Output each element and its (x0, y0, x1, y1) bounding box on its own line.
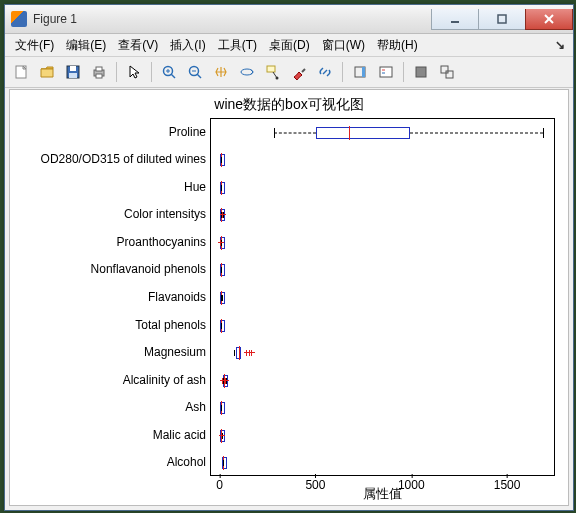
svg-rect-28 (441, 66, 448, 73)
open-button[interactable] (35, 60, 59, 84)
maximize-button[interactable] (478, 9, 526, 30)
boxplot-row (211, 126, 554, 140)
menu-file[interactable]: 文件(F) (9, 35, 60, 56)
pointer-button[interactable] (122, 60, 146, 84)
pan-button[interactable] (209, 60, 233, 84)
menu-window[interactable]: 窗口(W) (316, 35, 371, 56)
svg-line-12 (171, 74, 175, 78)
svg-rect-24 (380, 67, 392, 77)
y-tick-label: OD280/OD315 of diluted wines (10, 152, 206, 166)
svg-rect-23 (362, 67, 365, 77)
matlab-icon (11, 11, 27, 27)
save-button[interactable] (61, 60, 85, 84)
toolbar-separator (116, 62, 117, 82)
y-tick-label: Flavanoids (10, 290, 206, 304)
zoom-in-button[interactable] (157, 60, 181, 84)
y-tick-label: Alcalinity of ash (10, 373, 206, 387)
boxplot-row (211, 291, 554, 305)
menu-desktop[interactable]: 桌面(D) (263, 35, 316, 56)
boxplot-row (211, 208, 554, 222)
svg-rect-7 (69, 73, 77, 78)
plot-title: wine数据的box可视化图 (10, 96, 568, 114)
axes[interactable] (210, 118, 555, 476)
svg-rect-1 (498, 15, 506, 23)
link-button[interactable] (313, 60, 337, 84)
boxplot-row (211, 456, 554, 470)
figure-window: Figure 1 文件(F) 编辑(E) 查看(V) 插入(I) 工具(T) 桌… (4, 4, 574, 511)
boxplot-row (211, 374, 554, 388)
y-tick-label: Alcohol (10, 455, 206, 469)
boxplot-row (211, 181, 554, 195)
new-figure-button[interactable] (9, 60, 33, 84)
toolbar-separator (151, 62, 152, 82)
boxplot-row (211, 153, 554, 167)
boxplot-row (211, 401, 554, 415)
svg-rect-10 (96, 74, 102, 78)
toolbar-separator (342, 62, 343, 82)
toolbar (5, 57, 573, 88)
dock-arrow-icon[interactable]: ↘ (555, 38, 565, 52)
svg-line-21 (302, 69, 305, 72)
toolbar-separator (403, 62, 404, 82)
y-tick-label: Color intensitys (10, 207, 206, 221)
legend-button[interactable] (374, 60, 398, 84)
y-tick-label: Proline (10, 125, 206, 139)
y-tick-label: Magnesium (10, 345, 206, 359)
y-axis-labels: ProlineOD280/OD315 of diluted winesHueCo… (10, 118, 206, 476)
minimize-button[interactable] (431, 9, 479, 30)
y-tick-label: Proanthocyanins (10, 235, 206, 249)
outlier-marker (223, 380, 229, 381)
y-tick-label: Malic acid (10, 428, 206, 442)
svg-rect-19 (267, 66, 275, 72)
median-line (349, 126, 350, 140)
print-button[interactable] (87, 60, 111, 84)
boxplot-row (211, 346, 554, 360)
svg-rect-6 (70, 66, 76, 71)
window-title: Figure 1 (33, 12, 432, 26)
menu-edit[interactable]: 编辑(E) (60, 35, 112, 56)
menu-insert[interactable]: 插入(I) (164, 35, 211, 56)
menu-help[interactable]: 帮助(H) (371, 35, 424, 56)
outlier-marker (219, 435, 225, 436)
boxplot-row (211, 263, 554, 277)
plot-pane: wine数据的box可视化图 ProlineOD280/OD315 of dil… (9, 89, 569, 506)
menu-view[interactable]: 查看(V) (112, 35, 164, 56)
svg-rect-29 (446, 71, 453, 78)
window-buttons (432, 9, 573, 29)
colorbar-button[interactable] (348, 60, 372, 84)
hide-plot-tools-button[interactable] (409, 60, 433, 84)
svg-rect-9 (96, 67, 102, 71)
outlier-marker (220, 214, 226, 215)
svg-line-16 (197, 74, 201, 78)
svg-rect-27 (416, 67, 426, 77)
y-tick-label: Nonflavanoid phenols (10, 262, 206, 276)
zoom-out-button[interactable] (183, 60, 207, 84)
y-tick-label: Hue (10, 180, 206, 194)
outlier-marker (249, 352, 255, 353)
svg-point-20 (276, 77, 279, 80)
y-tick-label: Total phenols (10, 318, 206, 332)
boxplot-row (211, 236, 554, 250)
brush-button[interactable] (287, 60, 311, 84)
titlebar: Figure 1 (5, 5, 573, 34)
datacursor-button[interactable] (261, 60, 285, 84)
menu-tools[interactable]: 工具(T) (212, 35, 263, 56)
box (316, 127, 410, 139)
y-tick-label: Ash (10, 400, 206, 414)
boxplot-row (211, 429, 554, 443)
close-button[interactable] (525, 9, 573, 30)
rotate3d-button[interactable] (235, 60, 259, 84)
outlier-marker (218, 242, 224, 243)
x-axis-label: 属性值 (210, 485, 555, 503)
boxplot-row (211, 319, 554, 333)
menubar: 文件(F) 编辑(E) 查看(V) 插入(I) 工具(T) 桌面(D) 窗口(W… (5, 34, 573, 57)
show-plot-tools-button[interactable] (435, 60, 459, 84)
